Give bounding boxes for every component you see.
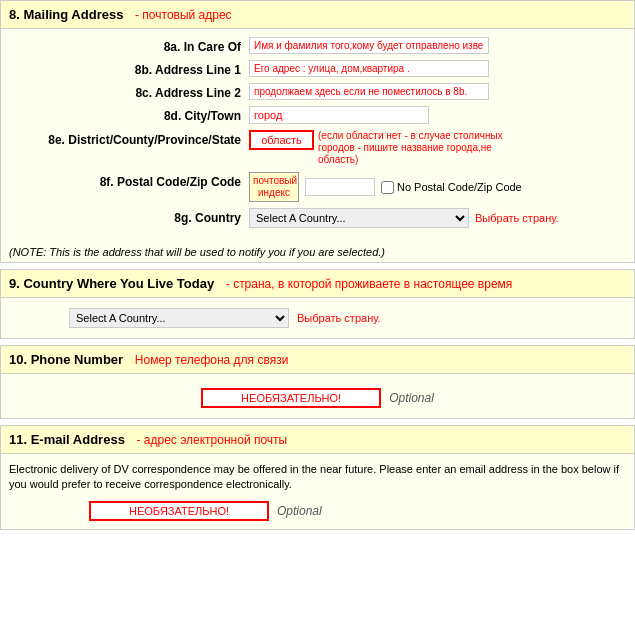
- section-8-subtitle: - почтовый адрес: [135, 8, 232, 22]
- section-11-number: 11.: [9, 432, 27, 447]
- section-11-header: 11. E-mail Address - адрес электронной п…: [1, 426, 634, 454]
- section-10-title: Phone Number: [31, 352, 123, 367]
- row-district: 8e. District/County/Province/State (если…: [9, 130, 626, 166]
- mailing-note: (NOTE: This is the address that will be …: [1, 242, 634, 262]
- input-address-line-1[interactable]: [249, 60, 489, 77]
- phone-input[interactable]: [201, 388, 381, 408]
- section-8-number: 8.: [9, 7, 20, 22]
- field-city-town: [249, 106, 626, 124]
- field-address-line-1: [249, 60, 626, 77]
- section-9-subtitle: - страна, в которой проживаете в настоящ…: [226, 277, 513, 291]
- section-10-header: 10. Phone Number Номер телефона для связ…: [1, 346, 634, 374]
- postal-code-row: почтовыйиндекс No Postal Code/Zip Code: [249, 172, 626, 202]
- section-9-number: 9.: [9, 276, 20, 291]
- field-postal-code: почтовыйиндекс No Postal Code/Zip Code: [249, 172, 626, 202]
- field-district: (если области нет - в случае столичных г…: [249, 130, 626, 166]
- district-hint: (если области нет - в случае столичных г…: [318, 130, 518, 166]
- section-9-header: 9. Country Where You Live Today - страна…: [1, 270, 634, 298]
- phone-optional-label: Optional: [389, 391, 434, 405]
- section-8-header: 8. Mailing Address - почтовый адрес: [1, 1, 634, 29]
- row-country: 8g. Country Select A Country... Выбрать …: [9, 208, 626, 228]
- country-today-select[interactable]: Select A Country...: [69, 308, 289, 328]
- section-mailing: 8. Mailing Address - почтовый адрес 8a. …: [0, 0, 635, 263]
- label-district: 8e. District/County/Province/State: [9, 130, 249, 147]
- email-input-row: Optional: [9, 501, 626, 521]
- label-postal-code: 8f. Postal Code/Zip Code: [9, 172, 249, 189]
- row-address-line-1: 8b. Address Line 1: [9, 60, 626, 77]
- field-in-care-of: [249, 37, 626, 54]
- country-today-row: Select A Country... Выбрать страну.: [9, 308, 626, 328]
- postal-box-label: почтовыйиндекс: [249, 172, 299, 202]
- field-country: Select A Country... Выбрать страну.: [249, 208, 626, 228]
- section-9-title: Country Where You Live Today: [23, 276, 214, 291]
- row-address-line-2: 8c. Address Line 2: [9, 83, 626, 100]
- row-in-care-of: 8a. In Care Of: [9, 37, 626, 54]
- row-city-town: 8d. City/Town: [9, 106, 626, 124]
- email-optional-label: Optional: [277, 504, 322, 518]
- label-address-line-1: 8b. Address Line 1: [9, 60, 249, 77]
- input-postal-code[interactable]: [305, 178, 375, 196]
- label-address-line-2: 8c. Address Line 2: [9, 83, 249, 100]
- section-8-title: Mailing Address: [23, 7, 123, 22]
- phone-optional-row: Optional: [201, 388, 434, 408]
- country-select[interactable]: Select A Country...: [249, 208, 469, 228]
- email-notice: Electronic delivery of DV correspondence…: [9, 462, 626, 493]
- no-postal-text: No Postal Code/Zip Code: [397, 181, 522, 193]
- no-postal-label[interactable]: No Postal Code/Zip Code: [381, 181, 522, 194]
- no-postal-checkbox[interactable]: [381, 181, 394, 194]
- label-country: 8g. Country: [9, 208, 249, 225]
- label-in-care-of: 8a. In Care Of: [9, 37, 249, 54]
- section-10-subtitle: Номер телефона для связи: [135, 353, 289, 367]
- section-country-today: 9. Country Where You Live Today - страна…: [0, 269, 635, 339]
- country-select-hint: Выбрать страну.: [475, 212, 559, 224]
- section-11-subtitle: - адрес электронной почты: [137, 433, 288, 447]
- section-10-number: 10.: [9, 352, 27, 367]
- section-8-body: 8a. In Care Of 8b. Address Line 1 8c. Ad…: [1, 29, 634, 242]
- section-11-title: E-mail Address: [31, 432, 125, 447]
- country-select-row: Select A Country... Выбрать страну.: [249, 208, 626, 228]
- email-input[interactable]: [89, 501, 269, 521]
- input-city-town[interactable]: [249, 106, 429, 124]
- input-in-care-of[interactable]: [249, 37, 489, 54]
- field-address-line-2: [249, 83, 626, 100]
- country-today-hint: Выбрать страну.: [297, 312, 381, 324]
- section-11-body: Electronic delivery of DV correspondence…: [1, 454, 634, 529]
- district-input-row: (если области нет - в случае столичных г…: [249, 130, 626, 166]
- section-phone: 10. Phone Number Номер телефона для связ…: [0, 345, 635, 419]
- section-email: 11. E-mail Address - адрес электронной п…: [0, 425, 635, 530]
- input-address-line-2[interactable]: [249, 83, 489, 100]
- row-postal-code: 8f. Postal Code/Zip Code почтовыйиндекс …: [9, 172, 626, 202]
- section-9-body: Select A Country... Выбрать страну.: [1, 298, 634, 338]
- section-10-body: Optional: [1, 374, 634, 418]
- label-city-town: 8d. City/Town: [9, 106, 249, 123]
- input-district[interactable]: [249, 130, 314, 150]
